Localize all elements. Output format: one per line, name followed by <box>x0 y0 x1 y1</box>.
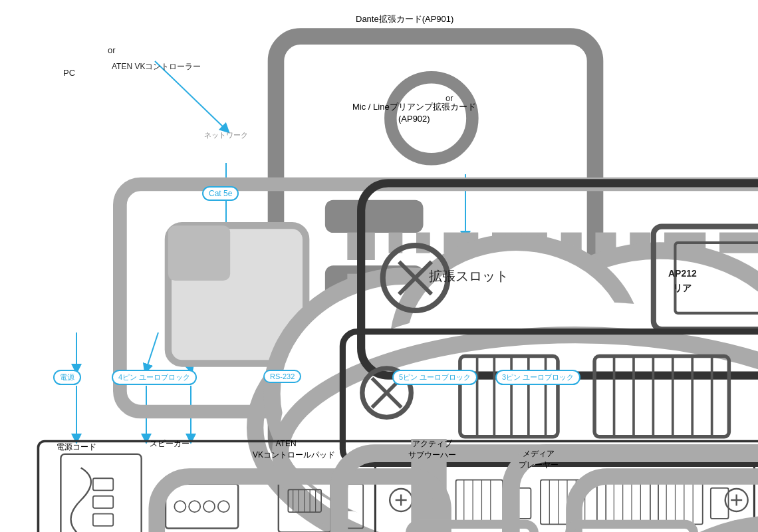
svg-point-45 <box>281 335 758 532</box>
svg-rect-82 <box>61 454 141 532</box>
svg-rect-85 <box>93 514 113 526</box>
svg-rect-27 <box>168 225 230 281</box>
svg-rect-23 <box>325 331 424 364</box>
subwoofer-label: アクティブ サブウーハー <box>402 438 462 461</box>
vk-controller-icon <box>113 32 186 55</box>
svg-line-15 <box>505 332 515 369</box>
svg-rect-92 <box>279 480 331 532</box>
svg-point-44 <box>281 301 758 532</box>
svg-rect-84 <box>93 496 113 508</box>
speaker-icon: スピーカー <box>130 436 209 450</box>
svg-rect-39 <box>347 309 758 323</box>
power-cord-icon: 電源コード <box>50 439 103 453</box>
dante-card: Dante拡張カード(AP901) <box>356 13 453 29</box>
svg-rect-32 <box>492 233 547 253</box>
svg-rect-21 <box>325 200 424 233</box>
svg-rect-29 <box>389 233 403 253</box>
pc-label: PC <box>63 68 75 78</box>
svg-rect-34 <box>595 233 616 253</box>
extension-slot-label: 拡張スロット <box>409 267 529 285</box>
svg-rect-19 <box>276 37 595 462</box>
four-pin-badge: 4ピン ユーロブロック <box>112 370 197 385</box>
svg-point-91 <box>218 501 229 512</box>
svg-point-41 <box>272 276 541 512</box>
subwoofer-icon: アクティブ サブウーハー <box>402 436 462 461</box>
svg-rect-144 <box>410 524 535 532</box>
svg-rect-28 <box>347 233 374 260</box>
svg-rect-24 <box>333 470 538 511</box>
svg-rect-139 <box>574 477 758 532</box>
aten-vk-label: ATEN VKコントローラー <box>112 61 201 72</box>
svg-rect-113 <box>541 480 597 525</box>
svg-rect-129 <box>711 488 729 519</box>
speaker-label: スピーカー <box>130 438 209 450</box>
media-player-label: メディア プレーヤー <box>512 448 565 471</box>
svg-line-17 <box>539 332 545 369</box>
svg-point-154 <box>600 524 758 532</box>
dante-card-label: Dante拡張カード(AP901) <box>356 13 453 25</box>
vk-pad-icon: ATEN VKコントロールパッド <box>253 436 319 461</box>
connection-lines <box>0 0 758 532</box>
svg-rect-145 <box>570 524 694 532</box>
svg-line-9 <box>180 332 191 369</box>
svg-rect-68 <box>594 356 729 436</box>
rs232-badge: RS-232 <box>263 370 301 383</box>
svg-rect-30 <box>416 233 430 253</box>
svg-rect-119 <box>606 480 650 525</box>
svg-rect-87 <box>166 484 238 529</box>
svg-rect-33 <box>561 233 582 253</box>
svg-point-89 <box>189 501 200 512</box>
pc-icon <box>57 20 93 63</box>
svg-rect-35 <box>630 233 650 253</box>
svg-rect-146 <box>729 524 758 532</box>
cat5e-badge: Cat 5e <box>202 186 239 201</box>
svg-rect-93 <box>288 489 321 512</box>
power-badge: 電源 <box>53 370 81 385</box>
five-pin-badge: 5ピン ユーロブロック <box>392 370 477 385</box>
power-cord-label: 電源コード <box>50 442 103 453</box>
svg-rect-81 <box>38 441 758 532</box>
svg-rect-83 <box>93 478 113 490</box>
svg-line-7 <box>146 332 158 369</box>
svg-rect-36 <box>664 233 705 253</box>
svg-point-90 <box>203 501 215 512</box>
vk-pad-label: ATEN VKコントロールパッド <box>253 438 319 461</box>
svg-rect-112 <box>511 488 531 519</box>
svg-rect-37 <box>719 233 758 253</box>
ap212-rear-label: AP212 リア <box>668 266 697 296</box>
svg-point-103 <box>725 489 748 511</box>
network-cloud-icon: ネットワーク <box>196 124 256 160</box>
svg-point-40 <box>255 276 758 532</box>
mic-line-label: Mic / Lineプリアンプ拡張カード (AP902) <box>352 101 476 125</box>
svg-point-100 <box>390 489 412 511</box>
network-label: ネットワーク <box>196 130 256 140</box>
svg-rect-31 <box>443 233 478 253</box>
svg-rect-26 <box>168 225 306 363</box>
three-pin-badge: 3ピン ユーロブロック <box>495 370 580 385</box>
svg-rect-124 <box>658 480 703 525</box>
svg-rect-62 <box>460 356 558 436</box>
svg-rect-107 <box>456 480 503 525</box>
svg-point-88 <box>174 501 186 512</box>
diagram: PC or ATEN VKコントローラー <box>0 0 758 532</box>
svg-rect-106 <box>347 484 363 529</box>
media-player-icon: メディア プレーヤー <box>512 446 565 471</box>
svg-rect-135 <box>157 477 443 532</box>
